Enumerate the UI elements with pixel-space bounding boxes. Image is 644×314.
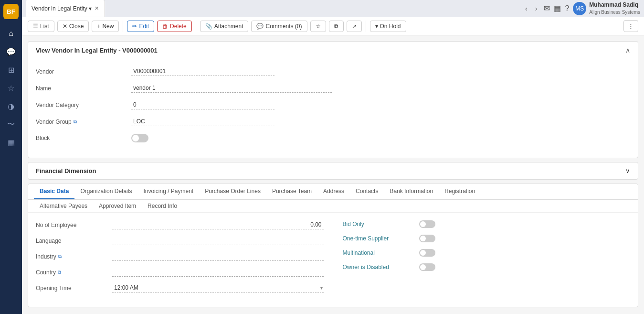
right-column: Bid Only One-time Supplier Multinational bbox=[343, 220, 631, 299]
block-toggle[interactable] bbox=[131, 134, 148, 142]
sidebar-activity-icon[interactable]: 〜 bbox=[3, 117, 19, 132]
vendor-legal-entity-tab[interactable]: Vendor in Legal Entity ▾ ✕ bbox=[26, 0, 105, 17]
vendor-category-label: Vendor Category bbox=[36, 102, 131, 108]
tab-registration[interactable]: Registration bbox=[439, 184, 481, 199]
tab-purchase-order-lines[interactable]: Purchase Order Lines bbox=[199, 184, 266, 199]
one-time-supplier-label: One-time Supplier bbox=[343, 235, 419, 242]
comments-icon: 💬 bbox=[256, 23, 264, 30]
owner-is-disabled-toggle[interactable] bbox=[419, 263, 435, 271]
copy-icon: ⧉ bbox=[334, 23, 338, 30]
app-logo[interactable]: BF bbox=[3, 4, 19, 19]
close-button[interactable]: ✕ Close bbox=[57, 21, 89, 32]
block-row: Block bbox=[36, 134, 630, 142]
tab-bar: Vendor in Legal Entity ▾ ✕ ‹ › ✉ ▦ ? MS … bbox=[22, 0, 644, 17]
sub-tab-approved-item[interactable]: Approved Item bbox=[93, 200, 142, 212]
tab-content-basic-data: No of Employee Language Industry ⧉ bbox=[28, 213, 638, 307]
comments-button[interactable]: 💬 Comments (0) bbox=[251, 21, 307, 32]
share-button[interactable]: ↗ bbox=[347, 21, 362, 32]
no-of-employee-label: No of Employee bbox=[36, 222, 112, 228]
tab-basic-data[interactable]: Basic Data bbox=[34, 184, 74, 199]
opening-time-select-wrapper[interactable]: ▾ bbox=[112, 283, 324, 292]
sidebar-star-icon[interactable]: ☆ bbox=[3, 80, 19, 96]
tab-contacts[interactable]: Contacts bbox=[350, 184, 384, 199]
record-header: View Vendor In Legal Entity - V000000001… bbox=[28, 42, 638, 59]
edit-icon: ✏ bbox=[132, 23, 137, 30]
tab-label: Vendor in Legal Entity ▾ bbox=[32, 5, 92, 12]
edit-label: Edit bbox=[139, 23, 149, 30]
multinational-toggle[interactable] bbox=[419, 249, 435, 257]
share-icon: ↗ bbox=[352, 23, 357, 30]
copy-button[interactable]: ⧉ bbox=[329, 21, 344, 32]
industry-label: Industry ⧉ bbox=[36, 253, 112, 260]
sidebar-home-icon[interactable]: ⌂ bbox=[3, 26, 19, 41]
tab-bank-information[interactable]: Bank Information bbox=[384, 184, 439, 199]
sidebar-bar-chart-icon[interactable]: ▦ bbox=[3, 135, 19, 150]
vendor-group-label: Vendor Group ⧉ bbox=[36, 119, 131, 125]
tab-purchase-team[interactable]: Purchase Team bbox=[266, 184, 317, 199]
name-input[interactable] bbox=[131, 84, 332, 93]
opening-time-label: Opening Time bbox=[36, 285, 112, 292]
close-icon: ✕ bbox=[63, 23, 67, 30]
new-button[interactable]: + New bbox=[92, 21, 119, 32]
opening-time-input[interactable] bbox=[112, 283, 319, 292]
delete-icon: 🗑 bbox=[162, 23, 168, 30]
country-link-icon[interactable]: ⧉ bbox=[58, 270, 61, 275]
help-icon[interactable]: ? bbox=[565, 4, 569, 13]
country-input[interactable] bbox=[112, 268, 324, 277]
avatar: MS bbox=[573, 2, 586, 15]
record-title: View Vendor In Legal Entity - V000000001 bbox=[36, 47, 158, 54]
list-button[interactable]: ☰ List bbox=[28, 21, 54, 32]
no-of-employee-input[interactable] bbox=[112, 220, 324, 229]
tab-invoicing-payment[interactable]: Invoicing / Payment bbox=[137, 184, 199, 199]
sub-tab-alternative-payees[interactable]: Alternative Payees bbox=[34, 200, 93, 212]
delete-button[interactable]: 🗑 Delete bbox=[157, 21, 192, 32]
vendor-category-input[interactable] bbox=[131, 100, 274, 109]
user-details: Muhammad Sadiq Align Business Systems bbox=[589, 1, 640, 15]
vendor-group-link-icon[interactable]: ⧉ bbox=[74, 119, 77, 125]
sidebar-grid-icon[interactable]: ⊞ bbox=[3, 62, 19, 77]
bid-only-label: Bid Only bbox=[343, 221, 419, 227]
main-tabs-header: Basic Data Organization Details Invoicin… bbox=[28, 184, 638, 200]
on-hold-button[interactable]: ▾ On Hold bbox=[370, 21, 406, 32]
one-time-supplier-toggle[interactable] bbox=[419, 235, 435, 242]
multinational-label: Multinational bbox=[343, 249, 419, 256]
sub-tab-record-info[interactable]: Record Info bbox=[142, 200, 183, 212]
sub-tabs-header: Alternative Payees Approved Item Record … bbox=[28, 200, 638, 213]
bid-only-toggle[interactable] bbox=[419, 220, 435, 228]
opening-time-dropdown-icon[interactable]: ▾ bbox=[319, 284, 324, 292]
mail-icon[interactable]: ✉ bbox=[544, 4, 550, 13]
separator-1 bbox=[123, 21, 123, 32]
edit-button[interactable]: ✏ Edit bbox=[127, 21, 154, 32]
language-input[interactable] bbox=[112, 236, 324, 245]
vendor-label: Vendor bbox=[36, 68, 131, 75]
industry-input[interactable] bbox=[112, 252, 324, 261]
industry-link-icon[interactable]: ⧉ bbox=[58, 254, 62, 260]
vendor-group-row: Vendor Group ⧉ bbox=[36, 117, 630, 126]
sidebar-chart-icon[interactable]: ◑ bbox=[3, 98, 19, 114]
financial-dimension-title: Financial Dimension bbox=[36, 167, 96, 174]
vendor-input[interactable] bbox=[131, 67, 274, 76]
bid-only-row: Bid Only bbox=[343, 220, 631, 228]
list-icon: ☰ bbox=[33, 23, 38, 30]
one-time-supplier-row: One-time Supplier bbox=[343, 235, 631, 242]
collapse-button[interactable]: ∧ bbox=[625, 46, 630, 54]
close-label: Close bbox=[69, 23, 84, 30]
favorite-button[interactable]: ☆ bbox=[310, 21, 326, 32]
multinational-row: Multinational bbox=[343, 249, 631, 257]
left-column: No of Employee Language Industry ⧉ bbox=[36, 220, 324, 299]
more-options-button[interactable]: ⋮ bbox=[623, 20, 638, 32]
user-name: Muhammad Sadiq bbox=[589, 1, 640, 9]
attachment-button[interactable]: 📎 Attachment bbox=[200, 21, 249, 32]
sidebar-chat-icon[interactable]: 💬 bbox=[3, 44, 19, 59]
tab-address[interactable]: Address bbox=[317, 184, 350, 199]
financial-dimension-header[interactable]: Financial Dimension ∨ bbox=[28, 162, 638, 179]
tab-prev-button[interactable]: ‹ bbox=[522, 4, 530, 13]
sidebar: BF ⌂ 💬 ⊞ ☆ ◑ 〜 ▦ bbox=[0, 0, 22, 314]
record-form: Vendor Name Vendor Category Vendor Group… bbox=[28, 59, 638, 158]
tab-close-icon[interactable]: ✕ bbox=[95, 5, 99, 11]
tab-next-button[interactable]: › bbox=[532, 4, 540, 13]
vendor-group-input[interactable] bbox=[131, 117, 274, 126]
tab-organization-details[interactable]: Organization Details bbox=[74, 184, 137, 199]
chart-icon[interactable]: ▦ bbox=[554, 4, 561, 13]
opening-time-row: Opening Time ▾ bbox=[36, 283, 324, 292]
